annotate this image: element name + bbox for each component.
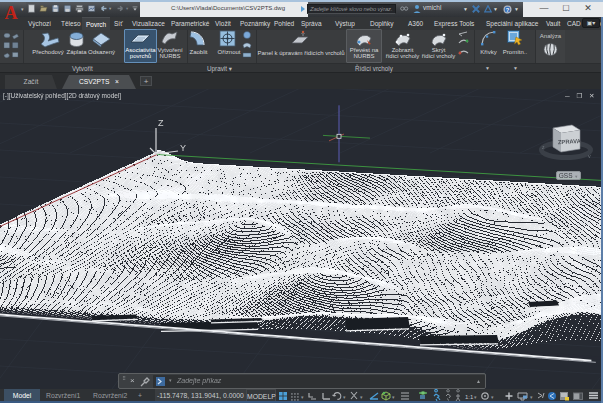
svg-text:ZPRAVA: ZPRAVA	[558, 138, 582, 145]
svg-text:▾: ▾	[474, 394, 477, 400]
svg-text:1:1: 1:1	[465, 394, 474, 400]
svg-text:A: A	[5, 3, 18, 23]
svg-text:▾: ▾	[343, 394, 346, 400]
svg-text:▾: ▾	[530, 394, 533, 400]
svg-text:?: ?	[506, 6, 510, 12]
svg-text:V: V	[588, 154, 591, 159]
svg-text:▾: ▾	[360, 394, 363, 400]
svg-text:▾: ▾	[491, 394, 494, 400]
svg-text:▾: ▾	[392, 394, 395, 400]
svg-text:▾: ▾	[301, 394, 304, 400]
